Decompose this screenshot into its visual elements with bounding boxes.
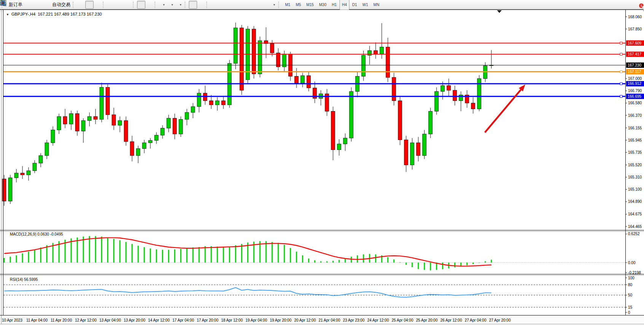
svg-text:166.370: 166.370 <box>628 113 642 118</box>
signals-button[interactable] <box>41 1 49 9</box>
text-label-button[interactable]: T <box>261 1 269 9</box>
timeframe-M5-button[interactable]: M5 <box>293 0 304 10</box>
zoom-in-button[interactable] <box>107 1 115 9</box>
svg-text:50: 50 <box>628 293 633 297</box>
price-tag: 167.230 <box>626 62 644 68</box>
line-handle[interactable] <box>620 95 622 97</box>
svg-text:11 Apr 20:00: 11 Apr 20:00 <box>51 318 72 322</box>
svg-text:165.310: 165.310 <box>628 175 642 179</box>
svg-text:164.675: 164.675 <box>628 212 642 216</box>
auto-scroll-button[interactable] <box>137 1 145 9</box>
candle <box>477 75 481 111</box>
timeframe-H1-button[interactable]: H1 <box>329 0 340 10</box>
trendline-button[interactable] <box>227 1 236 9</box>
svg-text:19 Apr 20:00: 19 Apr 20:00 <box>270 318 292 322</box>
candle <box>429 108 432 138</box>
bar-chart-button[interactable] <box>77 1 85 9</box>
svg-text:19 Apr 04:00: 19 Apr 04:00 <box>245 318 267 322</box>
new-chart-button[interactable]: ▼ <box>159 1 167 9</box>
timeframe-M30-button[interactable]: M30 <box>316 0 329 10</box>
fibonacci-button[interactable]: F <box>244 1 252 9</box>
auto-trading-label: 自动交易 <box>52 2 70 8</box>
svg-text:25 Apr 20:00: 25 Apr 20:00 <box>416 318 438 322</box>
toolbar-grip[interactable] <box>278 2 281 8</box>
text-button[interactable]: A <box>252 1 261 9</box>
rsi-indicator-label: RSI(14) 56.5995 <box>10 277 38 282</box>
line-handle[interactable] <box>620 83 622 85</box>
svg-text:12 Apr 12:00: 12 Apr 12:00 <box>75 318 97 322</box>
timeframe-W1-button[interactable]: W1 <box>360 0 371 10</box>
timeframe-MN-button[interactable]: MN <box>371 0 382 10</box>
svg-text:166.695: 166.695 <box>628 94 642 99</box>
candle <box>240 25 244 95</box>
line-handle[interactable] <box>620 71 622 73</box>
price-tag: 166.695 <box>626 94 644 99</box>
svg-text:27 Apr 04:00: 27 Apr 04:00 <box>465 318 486 322</box>
chart-canvas[interactable]: 168.060167.850167.000166.790166.580166.3… <box>0 0 644 325</box>
auto-trading-button[interactable]: 自动交易 <box>49 1 72 9</box>
line-chart-button[interactable] <box>94 1 102 9</box>
dropdown-arrow-icon: ▼ <box>163 3 165 6</box>
candle <box>179 116 183 137</box>
candle <box>410 138 414 170</box>
svg-text:20 Apr 12:00: 20 Apr 12:00 <box>294 318 316 322</box>
horizontal-line-button[interactable] <box>219 1 227 9</box>
timeframe-M15-button[interactable]: M15 <box>304 0 316 10</box>
chart-menu-triangle-icon[interactable]: ▼ <box>6 13 9 16</box>
svg-text:167.850: 167.850 <box>628 27 642 31</box>
candle <box>2 175 6 206</box>
new-order-button[interactable]: 新订单 <box>6 1 24 9</box>
timeframe-M1-button[interactable]: M1 <box>282 0 293 10</box>
svg-text:165.100: 165.100 <box>628 187 642 191</box>
timeframe-D1-button[interactable]: D1 <box>349 0 360 10</box>
candlestick-chart-button[interactable] <box>85 1 94 9</box>
tile-windows-button[interactable] <box>124 1 132 9</box>
chart-background <box>0 10 644 324</box>
new-order-label: 新订单 <box>9 2 22 8</box>
svg-text:167.417: 167.417 <box>628 52 642 56</box>
svg-text:13 Apr 20:00: 13 Apr 20:00 <box>124 318 145 322</box>
svg-text:14 Apr 12:00: 14 Apr 12:00 <box>148 318 170 322</box>
price-tag: 166.912 <box>626 81 644 86</box>
periods-button[interactable]: ▼ <box>167 1 175 9</box>
line-handle[interactable] <box>620 42 622 44</box>
svg-text:23 Apr 23:00: 23 Apr 23:00 <box>343 318 365 322</box>
svg-text:10 Apr 2023: 10 Apr 2023 <box>2 318 22 322</box>
crosshair-button[interactable] <box>197 1 206 9</box>
svg-text:13 Apr 04:00: 13 Apr 04:00 <box>99 318 121 322</box>
ohlc-values: 167.221 167.489 167.173 167.230 <box>38 12 102 16</box>
price-tag: 167.417 <box>626 52 644 57</box>
svg-text:18 Apr 12:00: 18 Apr 12:00 <box>221 318 243 322</box>
svg-text:166.580: 166.580 <box>628 101 642 105</box>
line-handle[interactable] <box>620 53 622 56</box>
styler-button[interactable] <box>24 1 32 9</box>
price-tag: 167.609 <box>626 40 644 46</box>
templates-button[interactable]: ▼ <box>175 1 184 9</box>
svg-text:17 Apr 04:00: 17 Apr 04:00 <box>172 318 194 322</box>
svg-text:11 Apr 04:00: 11 Apr 04:00 <box>26 318 48 322</box>
zoom-out-button[interactable] <box>115 1 124 9</box>
svg-text:21 Apr 04:00: 21 Apr 04:00 <box>319 318 340 322</box>
svg-text:164.465: 164.465 <box>628 225 642 229</box>
dropdown-arrow-icon: ▼ <box>273 3 276 6</box>
timeframe-H4-button[interactable]: H4 <box>340 0 350 10</box>
toolbar-grip[interactable] <box>133 2 135 8</box>
svg-text:25 Apr 04:00: 25 Apr 04:00 <box>392 318 413 322</box>
candle <box>246 26 250 83</box>
toolbar-grip[interactable] <box>155 2 157 8</box>
toolbar-grip[interactable] <box>185 2 187 8</box>
candle <box>234 22 238 69</box>
vertical-line-button[interactable] <box>210 1 219 9</box>
toolbar-grip[interactable] <box>206 2 209 8</box>
svg-text:166.155: 166.155 <box>628 126 642 130</box>
chart-title: ▼GBPJPY-,H4 167.221 167.489 167.173 167.… <box>6 12 102 16</box>
chart-shift-button[interactable] <box>145 1 154 9</box>
cursor-button[interactable] <box>189 1 197 9</box>
toolbar-grip[interactable] <box>73 2 75 8</box>
equidistant-channel-button[interactable]: E <box>236 1 244 9</box>
arrows-button[interactable]: ▼ <box>269 1 277 9</box>
toolbar-grip[interactable] <box>103 2 105 8</box>
profiles-button[interactable] <box>32 1 41 9</box>
svg-text:26 Apr 12:00: 26 Apr 12:00 <box>440 318 462 322</box>
svg-text:165.735: 165.735 <box>628 150 642 155</box>
